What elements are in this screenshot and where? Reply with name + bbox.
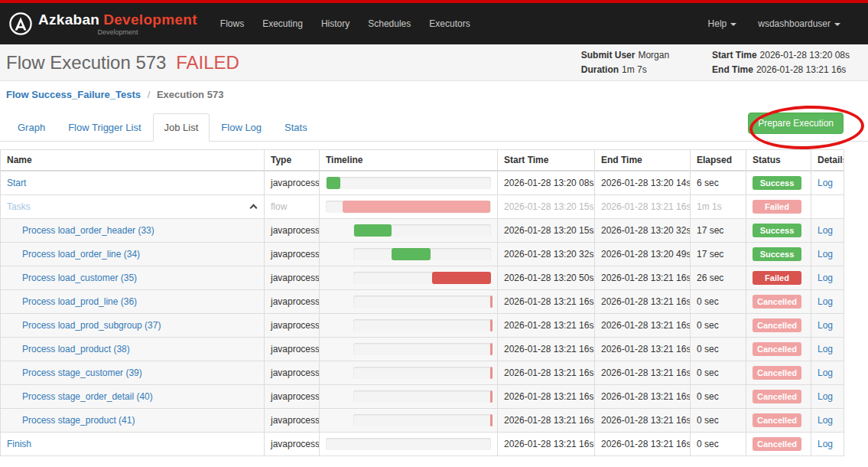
chevron-down-icon: [834, 23, 840, 26]
job-type: javaprocess: [265, 243, 320, 266]
nav-item-executors[interactable]: Executors: [420, 11, 479, 36]
job-name-link[interactable]: Process stage_customer (39): [22, 367, 142, 378]
log-link[interactable]: Log: [818, 415, 833, 426]
log-link[interactable]: Log: [818, 178, 833, 188]
meta-column: Start Time2026-01-28 13:20 08sEnd Time20…: [712, 50, 850, 75]
status-badge: Success: [753, 224, 801, 237]
job-name-link[interactable]: Process load_order_line (34): [22, 249, 140, 260]
timeline-track: [353, 296, 491, 308]
timeline-track: [326, 438, 491, 450]
status-badge: Cancelled: [753, 318, 801, 332]
timeline-bar: [392, 248, 430, 260]
collapse-caret-icon[interactable]: [250, 204, 258, 212]
log-link[interactable]: Log: [818, 391, 833, 402]
job-type: javaprocess: [265, 219, 320, 243]
job-elapsed: 0 sec: [691, 409, 746, 433]
table-row: Process stage_product (41) javaprocess 2…: [1, 409, 844, 433]
navbar: AzkabanDevelopment Development FlowsExec…: [0, 3, 868, 44]
breadcrumb: Flow Success_Failure_Tests / Execution 5…: [0, 81, 868, 106]
table-row: Finish javaprocess 2026-01-28 13:21 16s …: [1, 433, 844, 456]
nav-menu-wsdashboarduser[interactable]: wsdashboarduser: [747, 11, 851, 36]
breadcrumb-separator: /: [148, 89, 151, 100]
timeline-track: [353, 414, 491, 426]
job-name-link[interactable]: Tasks: [7, 201, 31, 212]
job-name-link[interactable]: Process load_order_header (33): [22, 225, 154, 236]
meta-submit-user: Submit UserMorgan: [581, 50, 669, 60]
table-row: Start javaprocess 2026-01-28 13:20 08s 2…: [1, 171, 844, 195]
job-type: javaprocess: [265, 314, 320, 338]
job-type: javaprocess: [265, 433, 320, 456]
job-type: javaprocess: [265, 171, 320, 195]
log-link[interactable]: Log: [818, 225, 833, 236]
table-row: Tasks flow 2026-01-28 13:20 15s 2026-01-…: [1, 195, 844, 219]
job-end-time: 2026-01-28 13:21 16s: [595, 385, 691, 409]
flow-header: Flow Execution 573 FAILED Submit UserMor…: [0, 44, 868, 81]
nav-item-flows[interactable]: Flows: [211, 11, 253, 36]
brand[interactable]: AzkabanDevelopment Development: [9, 12, 197, 36]
timeline-track: [353, 272, 491, 284]
log-link[interactable]: Log: [818, 439, 833, 449]
job-name-link[interactable]: Process load_customer (35): [22, 273, 137, 283]
nav-item-history[interactable]: History: [312, 11, 359, 36]
timeline-bar: [490, 343, 493, 355]
job-elapsed: 26 sec: [691, 266, 746, 290]
tab-flow-log[interactable]: Flow Log: [210, 113, 273, 142]
job-elapsed: 0 sec: [691, 290, 746, 314]
tab-stats[interactable]: Stats: [273, 113, 319, 142]
nav-items: FlowsExecutingHistorySchedulesExecutors: [211, 11, 480, 36]
status-badge: Success: [753, 247, 801, 261]
job-type: javaprocess: [265, 266, 320, 290]
nav-item-executing[interactable]: Executing: [253, 11, 312, 36]
chevron-down-icon: [730, 23, 736, 26]
job-elapsed: 17 sec: [691, 243, 746, 266]
prepare-execution-button[interactable]: Prepare Execution: [748, 113, 844, 134]
job-name-link[interactable]: Process load_prod_line (36): [22, 296, 137, 307]
flow-execution-title: Flow Execution 573: [6, 52, 166, 73]
job-elapsed: 0 sec: [691, 361, 746, 385]
timeline-track: [326, 201, 491, 213]
status-badge: Cancelled: [753, 413, 801, 427]
header-meta: Submit UserMorganDuration1m 7sStart Time…: [581, 50, 850, 75]
job-end-time: 2026-01-28 13:21 16s: [595, 361, 691, 385]
status-badge: Cancelled: [753, 366, 801, 380]
log-link[interactable]: Log: [818, 367, 833, 378]
breadcrumb-flow-link[interactable]: Flow Success_Failure_Tests: [6, 89, 141, 100]
nav-menu-help[interactable]: Help: [697, 11, 748, 36]
job-end-time: 2026-01-28 13:21 16s: [595, 266, 691, 290]
timeline-bar: [490, 390, 493, 403]
column-header-status: Status: [746, 150, 811, 171]
column-header-end-time: End Time: [595, 150, 691, 171]
job-name-link[interactable]: Start: [7, 178, 26, 188]
status-badge: Failed: [753, 271, 801, 285]
meta-column: Submit UserMorganDuration1m 7s: [581, 50, 669, 75]
log-link[interactable]: Log: [818, 296, 833, 307]
job-start-time: 2026-01-28 13:20 08s: [498, 171, 595, 195]
job-end-time: 2026-01-28 13:20 49s: [595, 243, 691, 266]
job-end-time: 2026-01-28 13:21 16s: [595, 314, 691, 338]
log-link[interactable]: Log: [818, 320, 833, 331]
job-elapsed: 1m 1s: [691, 195, 746, 219]
timeline-bar: [490, 414, 493, 426]
page-title: Flow Execution 573 FAILED: [6, 52, 239, 73]
nav-item-schedules[interactable]: Schedules: [359, 11, 420, 36]
log-link[interactable]: Log: [818, 273, 833, 283]
job-end-time: 2026-01-28 13:20 32s: [595, 219, 691, 243]
job-start-time: 2026-01-28 13:21 16s: [498, 314, 595, 338]
job-name-link[interactable]: Finish: [7, 439, 31, 449]
job-name-link[interactable]: Process stage_product (41): [22, 415, 135, 426]
tab-flow-trigger-list[interactable]: Flow Trigger List: [57, 113, 152, 142]
tab-graph[interactable]: Graph: [6, 113, 57, 142]
tab-job-list[interactable]: Job List: [153, 113, 210, 142]
job-list-table: NameTypeTimelineStart TimeEnd TimeElapse…: [0, 149, 844, 456]
log-link[interactable]: Log: [818, 249, 833, 260]
job-start-time: 2026-01-28 13:21 16s: [498, 433, 595, 456]
job-name-link[interactable]: Process stage_order_detail (40): [22, 391, 153, 402]
job-name-link[interactable]: Process load_product (38): [22, 344, 130, 354]
log-link[interactable]: Log: [818, 344, 833, 354]
job-elapsed: 0 sec: [691, 338, 746, 361]
status-badge: Success: [753, 176, 801, 190]
job-name-link[interactable]: Process load_prod_subgroup (37): [22, 320, 161, 331]
meta-duration: Duration1m 7s: [581, 64, 669, 75]
status-badge: Cancelled: [753, 390, 801, 403]
timeline-bar: [343, 201, 490, 213]
